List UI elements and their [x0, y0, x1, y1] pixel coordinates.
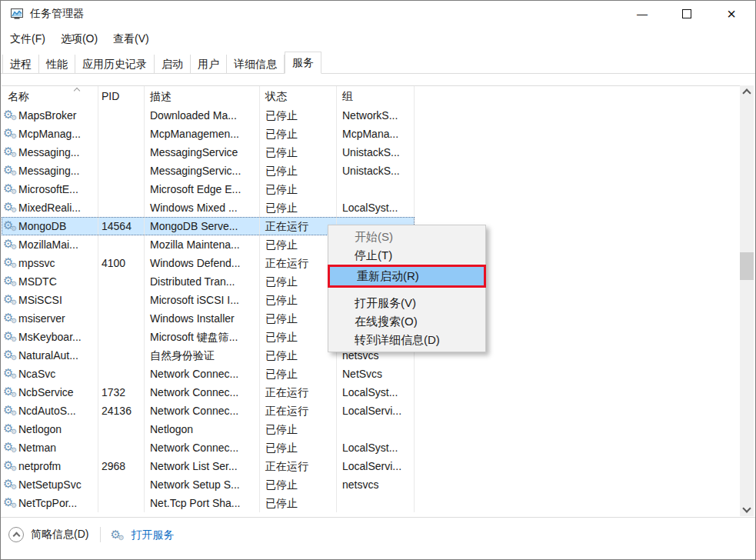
description: Netlogon	[145, 420, 260, 438]
service-name: Netman	[2, 438, 98, 457]
description: MessagingServic...	[145, 162, 260, 180]
detail-toggle[interactable]: 简略信息(D)	[8, 527, 88, 542]
status-value: 已停止	[260, 328, 337, 346]
table-row[interactable]: NcdAutoS...24136Network Connec...正在运行Loc…	[2, 402, 415, 420]
column-header-status[interactable]: 状态	[260, 86, 337, 106]
table-row[interactable]: Messaging...MessagingService已停止UnistackS…	[2, 143, 415, 162]
service-gear-icon	[3, 143, 18, 162]
table-row[interactable]: NetSetupSvcNetwork Setup S...已停止netsvcs	[2, 475, 415, 494]
menu-options[interactable]: 选项(O)	[53, 32, 105, 46]
tab-app-history[interactable]: 应用历史记录	[75, 55, 155, 73]
status-value: 正在运行	[260, 254, 337, 272]
table-row[interactable]: NetlogonNetlogon已停止	[2, 420, 415, 438]
menu-bar: 文件(F) 选项(O) 查看(V)	[1, 29, 157, 49]
title-bar: 任务管理器 — ×	[1, 1, 755, 27]
pid-value	[98, 309, 145, 328]
service-name-label: Netman	[18, 442, 56, 454]
description: Network Connec...	[145, 365, 260, 383]
menu-item-restart[interactable]: 重新启动(R)	[328, 265, 486, 288]
group-value	[337, 494, 415, 512]
menu-item-stop[interactable]: 停止(T)	[328, 246, 485, 265]
table-row[interactable]: NcaSvcNetwork Connec...已停止NetSvcs	[2, 365, 415, 383]
column-header-name[interactable]: 名称	[2, 86, 98, 106]
chevron-up-icon	[742, 88, 751, 97]
tab-bar: 进程性能应用历史记录启动用户详细信息服务	[1, 52, 756, 74]
tab-details[interactable]: 详细信息	[227, 55, 285, 73]
table-row[interactable]: NetmanNetwork Connec...已停止LocalSyst...	[2, 438, 415, 457]
service-name: MSDTC	[2, 272, 98, 291]
status-value: 已停止	[260, 346, 337, 365]
service-name-label: Netlogon	[18, 423, 62, 435]
table-row[interactable]: MicrosoftE...Microsoft Edge E...已停止	[2, 180, 415, 198]
description: Network Setup S...	[145, 475, 260, 494]
pid-value	[98, 346, 145, 365]
service-name-label: NcbService	[18, 386, 74, 398]
group-value: NetworkS...	[337, 106, 415, 125]
table-row[interactable]: netprofm2968Network List Ser...正在运行Local…	[2, 457, 415, 475]
service-name: MapsBroker	[2, 106, 98, 125]
menu-item-open-services[interactable]: 打开服务(V)	[328, 294, 485, 312]
pid-value	[98, 475, 145, 494]
tab-users[interactable]: 用户	[191, 55, 227, 73]
description: Network Connec...	[145, 402, 260, 420]
table-row[interactable]: MapsBrokerDownloaded Ma...已停止NetworkS...	[2, 106, 415, 125]
status-value: 已停止	[260, 143, 337, 162]
column-header-name-label: 名称	[8, 90, 29, 102]
service-gear-icon	[3, 106, 18, 125]
description: 自然身份验证	[145, 346, 260, 365]
scroll-down-button[interactable]	[740, 503, 754, 516]
menu-item-go-to-details[interactable]: 转到详细信息(D)	[328, 331, 485, 349]
description: Net.Tcp Port Sha...	[145, 494, 260, 512]
service-name-label: Messaging...	[18, 165, 79, 177]
task-manager-icon	[11, 8, 23, 20]
collapse-circle-icon	[8, 527, 24, 542]
group-value: LocalSyst...	[337, 438, 415, 457]
pid-value	[98, 328, 145, 346]
menu-item-search-online[interactable]: 在线搜索(O)	[328, 312, 485, 331]
service-name: Messaging...	[2, 143, 98, 162]
status-value: 已停止	[260, 494, 337, 512]
maximize-button[interactable]	[664, 1, 709, 27]
menu-file[interactable]: 文件(F)	[2, 32, 53, 46]
column-header-pid[interactable]: PID	[98, 86, 145, 106]
column-header-description[interactable]: 描述	[145, 86, 260, 106]
close-button[interactable]: ×	[709, 1, 754, 27]
open-services-link[interactable]: 打开服务	[110, 527, 174, 544]
table-row[interactable]: MixedReali...Windows Mixed ...已停止LocalSy…	[2, 198, 415, 217]
table-row[interactable]: Messaging...MessagingServic...已停止Unistac…	[2, 162, 415, 180]
menu-item-start: 开始(S)	[328, 228, 485, 246]
minimize-button[interactable]: —	[620, 1, 664, 27]
column-header-group[interactable]: 组	[337, 86, 415, 106]
window-controls: — ×	[620, 1, 754, 27]
description: Distributed Tran...	[145, 272, 260, 291]
table-row[interactable]: NcbService1732Network Connec...正在运行Local…	[2, 383, 415, 402]
pid-value	[98, 272, 145, 291]
service-name-label: NcdAutoS...	[18, 405, 76, 417]
service-name-label: netprofm	[18, 460, 61, 472]
pid-value: 4100	[98, 254, 145, 272]
status-value: 已停止	[260, 420, 337, 438]
scrollbar-thumb[interactable]	[740, 252, 754, 280]
menu-view[interactable]: 查看(V)	[105, 32, 157, 46]
pid-value	[98, 143, 145, 162]
service-name-label: MongoDB	[18, 220, 66, 232]
context-menu: 开始(S)停止(T)重新启动(R)打开服务(V)在线搜索(O)转到详细信息(D)	[328, 225, 486, 352]
sort-ascending-icon	[74, 88, 80, 94]
status-divider	[100, 527, 101, 542]
close-icon: ×	[727, 6, 736, 22]
status-value: 已停止	[260, 235, 337, 254]
table-row[interactable]: NetTcpPor...Net.Tcp Port Sha...已停止	[2, 494, 415, 512]
tab-processes[interactable]: 进程	[2, 55, 39, 73]
service-gear-icon	[3, 457, 18, 475]
service-gear-icon	[3, 365, 18, 383]
service-name: MicrosoftE...	[2, 180, 98, 198]
service-gear-icon	[3, 309, 18, 328]
service-gear-icon	[3, 475, 18, 494]
table-row[interactable]: McpManag...McpManagemen...已停止McpMana...	[2, 125, 415, 143]
scroll-up-button[interactable]	[740, 85, 754, 98]
tab-services[interactable]: 服务	[285, 52, 321, 74]
tab-performance[interactable]: 性能	[39, 55, 75, 73]
vertical-scrollbar[interactable]	[740, 85, 754, 516]
tab-startup[interactable]: 启动	[155, 55, 191, 73]
description: Mozilla Maintena...	[145, 235, 260, 254]
